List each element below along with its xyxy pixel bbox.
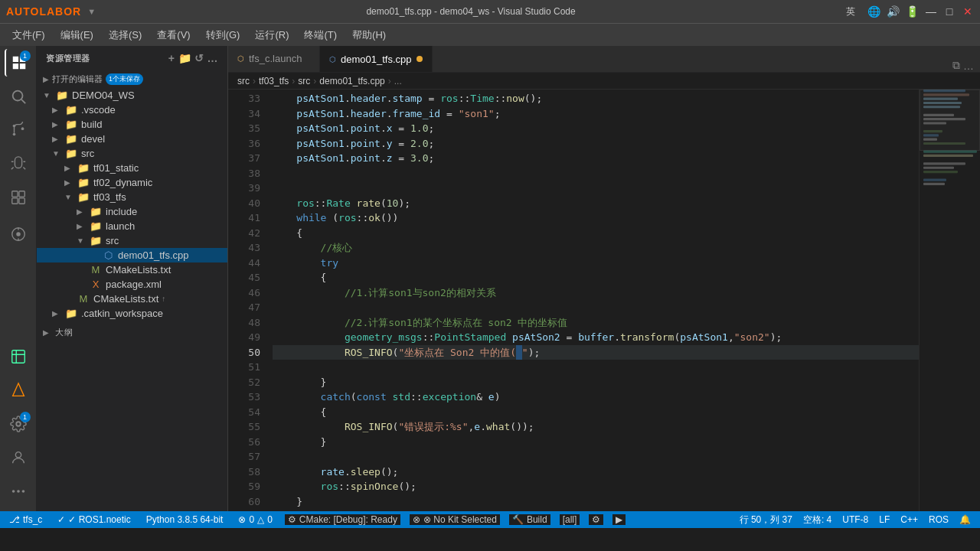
tree-tf03[interactable]: ▼ 📁 tf03_tfs xyxy=(37,190,227,204)
bc-tf03[interactable]: tf03_tfs xyxy=(259,76,289,86)
tree-tf01[interactable]: ▶ 📁 tf01_static xyxy=(37,161,227,175)
split-editor-icon[interactable]: ⧉ xyxy=(952,59,960,72)
more-tabs-icon[interactable]: … xyxy=(963,60,974,72)
lang-settings[interactable]: 英 xyxy=(846,5,855,18)
menu-file[interactable]: 文件(F) xyxy=(6,27,51,44)
status-build[interactable]: 🔨 Build xyxy=(509,514,550,525)
svg-rect-33 xyxy=(923,162,965,165)
activity-rviz[interactable] xyxy=(5,343,32,370)
svg-rect-13 xyxy=(11,350,24,364)
tab-cpp[interactable]: ⬡ demo01_tfs.cpp xyxy=(320,46,433,72)
code-line-49: geometry_msgs::PointStamped psAtSon2 = b… xyxy=(273,330,919,345)
status-run[interactable]: ▶ xyxy=(612,514,626,525)
tree-build[interactable]: ▶ 📁 build xyxy=(37,117,227,132)
tree-launch[interactable]: ▶ 📁 launch xyxy=(37,219,227,233)
status-ros-badge[interactable]: ROS xyxy=(926,514,952,527)
tree-src[interactable]: ▼ 📁 src xyxy=(37,146,227,161)
activity-rviz2[interactable] xyxy=(5,377,32,404)
status-encoding[interactable]: UTF-8 xyxy=(839,514,871,527)
status-line-ending[interactable]: LF xyxy=(876,514,893,527)
python-label: Python 3.8.5 64-bit xyxy=(146,514,224,525)
bc-sep4: › xyxy=(388,76,391,86)
activity-account[interactable] xyxy=(5,444,32,471)
status-language[interactable]: C++ xyxy=(897,514,921,527)
activity-settings[interactable]: 1 xyxy=(5,410,32,438)
tree-root[interactable]: ▼ 📁 DEMO04_WS xyxy=(37,88,227,103)
status-target[interactable]: [all] xyxy=(560,514,580,525)
svg-rect-37 xyxy=(923,183,945,185)
activity-ros[interactable] xyxy=(5,220,32,248)
status-errors[interactable]: ⊗ 0 △ 0 xyxy=(235,514,275,525)
new-file-icon[interactable]: + xyxy=(168,52,175,64)
menu-goto[interactable]: 转到(G) xyxy=(200,27,247,44)
status-ros[interactable]: ✓ ✓ ROS1.noetic xyxy=(54,514,133,525)
bc-dots[interactable]: ... xyxy=(394,76,402,86)
code-line-57 xyxy=(273,449,919,465)
activity-dots[interactable] xyxy=(5,478,32,505)
file-label: CMakeLists.txt xyxy=(106,264,171,276)
code-line-43: //核心 xyxy=(273,240,919,256)
code-line-56: } xyxy=(273,435,919,450)
activity-extensions[interactable] xyxy=(5,184,32,211)
file-label: package.xml xyxy=(106,279,162,290)
main-content: 1 1 xyxy=(0,46,980,511)
maximize-button[interactable]: □ xyxy=(943,5,956,18)
activity-debug[interactable] xyxy=(5,150,32,178)
code-editor[interactable]: 33 34 35 36 37 38 39 40 41 42 43 44 45 4… xyxy=(228,90,980,511)
bell-icon: 🔔 xyxy=(959,514,971,525)
activity-explorer[interactable]: 1 xyxy=(5,49,32,77)
menu-run[interactable]: 运行(R) xyxy=(249,27,295,44)
tree-devel[interactable]: ▶ 📁 devel xyxy=(37,132,227,146)
bc-src[interactable]: src xyxy=(237,76,250,86)
new-folder-icon[interactable]: 📁 xyxy=(178,52,192,64)
tree-demo01[interactable]: ⬡ demo01_tfs.cpp xyxy=(37,248,227,262)
menu-help[interactable]: 帮助(H) xyxy=(346,27,392,44)
status-spaces[interactable]: 空格: 4 xyxy=(800,514,835,527)
tree-catkin[interactable]: ▶ 📁 .catkin_workspace xyxy=(37,306,227,321)
tree-pkg[interactable]: X package.xml xyxy=(37,277,227,292)
code-content[interactable]: psAtSon1.header.stamp = ros::Time::now()… xyxy=(266,90,919,511)
svg-rect-36 xyxy=(923,179,946,181)
top-bar-left: AUTOLABOR ▼ xyxy=(6,5,96,18)
status-notifications[interactable]: 🔔 xyxy=(956,514,974,527)
more-icon[interactable]: … xyxy=(207,52,219,64)
minimize-button[interactable]: — xyxy=(925,5,937,18)
bc-src2[interactable]: src xyxy=(298,76,310,86)
status-right: 行 50，列 37 空格: 4 UTF-8 LF C++ ROS 🔔 xyxy=(737,514,974,527)
tree-tf02[interactable]: ▶ 📁 tf02_dynamic xyxy=(37,175,227,190)
menu-select[interactable]: 选择(S) xyxy=(103,27,148,44)
code-line-51 xyxy=(273,360,919,375)
tree-vscode[interactable]: ▶ 📁 .vscode xyxy=(37,103,227,117)
tree-cmake1[interactable]: M CMakeLists.txt xyxy=(37,262,227,277)
code-line-44: try xyxy=(273,256,919,271)
status-git[interactable]: ⎇ tfs_c xyxy=(6,514,45,525)
title-bar: AUTOLABOR ▼ demo01_tfs.cpp - demo04_ws -… xyxy=(0,0,980,23)
status-no-kit[interactable]: ⊗ ⊗ No Kit Selected xyxy=(410,514,500,525)
cmake-icon: ⚙ xyxy=(288,514,296,525)
tree-src2[interactable]: ▼ 📁 src xyxy=(37,233,227,248)
code-line-61 xyxy=(273,509,919,511)
code-line-46: //1.计算son1与son2的相对关系 xyxy=(273,285,919,301)
activity-git[interactable] xyxy=(5,116,32,144)
sidebar: 资源管理器 + 📁 ↺ … ▶ 打开的编辑器 1个未保存 ▼ 📁 DEMO04_… xyxy=(37,46,228,511)
line-col-label: 行 50，列 37 xyxy=(740,514,792,527)
code-line-47 xyxy=(273,300,919,315)
refresh-icon[interactable]: ↺ xyxy=(194,52,204,64)
svg-point-17 xyxy=(17,490,20,493)
menu-terminal[interactable]: 终端(T) xyxy=(298,27,343,44)
warning-icon: △ xyxy=(257,514,264,525)
svg-rect-35 xyxy=(923,171,958,173)
status-cmake[interactable]: ⚙ CMake: [Debug]: Ready xyxy=(285,514,400,525)
status-line-col[interactable]: 行 50，列 37 xyxy=(737,514,795,527)
tab-launch[interactable]: ⬡ tfs_c.launch xyxy=(228,46,320,72)
tree-include[interactable]: ▶ 📁 include xyxy=(37,204,227,219)
activity-search[interactable] xyxy=(5,83,32,110)
menu-view[interactable]: 查看(V) xyxy=(151,27,196,44)
outline-label: 大纲 xyxy=(55,328,73,337)
menu-edit[interactable]: 编辑(E) xyxy=(54,27,100,44)
status-python[interactable]: Python 3.8.5 64-bit xyxy=(143,514,227,525)
bc-file[interactable]: demo01_tfs.cpp xyxy=(319,76,384,86)
tree-cmake2[interactable]: M CMakeLists.txt ↑ xyxy=(37,292,227,306)
status-cmake-config[interactable]: ⚙ xyxy=(589,514,603,525)
close-button[interactable]: ✕ xyxy=(962,5,974,18)
